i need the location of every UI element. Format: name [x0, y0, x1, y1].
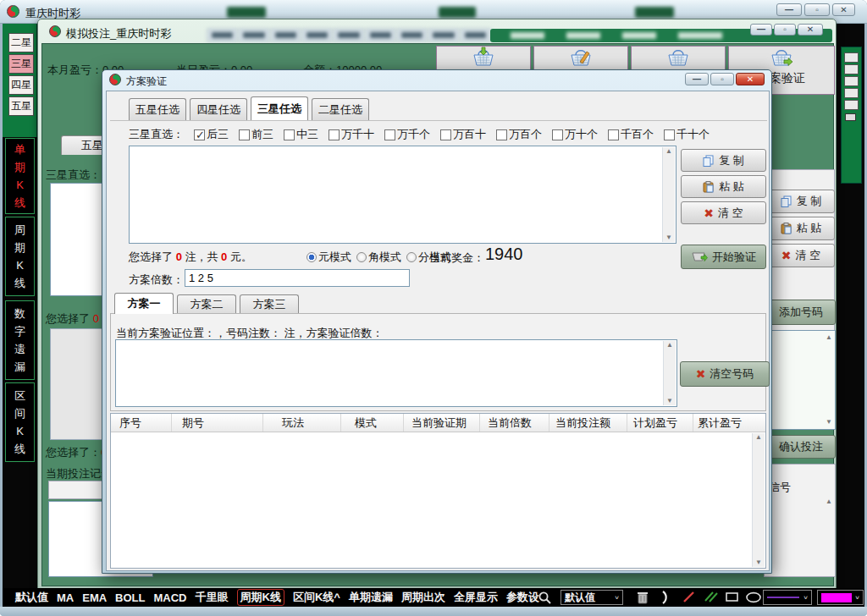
checkbox-icon[interactable]: [440, 129, 451, 140]
clear-button-main[interactable]: ✖ 清 空: [767, 244, 835, 267]
tab-plan-1[interactable]: 方案一: [114, 293, 174, 314]
sim-minimize-button[interactable]: —: [750, 24, 772, 36]
radio-yuan-mode[interactable]: 元模式: [306, 250, 351, 265]
star-tab-5[interactable]: 五星: [8, 96, 34, 116]
checkbox-qsg[interactable]: 千十个: [664, 127, 710, 142]
star-tab-3[interactable]: 三星: [8, 54, 34, 74]
bottom-item-ema[interactable]: EMA: [82, 591, 107, 604]
edge-cell[interactable]: [844, 64, 859, 74]
bottom-item-macd[interactable]: MACD: [154, 591, 187, 604]
dialog-copy-button[interactable]: 复 制: [681, 149, 766, 172]
numbers-scroll-area[interactable]: ▲ ▼: [764, 330, 836, 430]
checkbox-icon[interactable]: [608, 129, 619, 140]
bottom-item-default[interactable]: 默认值: [15, 590, 48, 605]
scroll-down-icon[interactable]: ▼: [826, 419, 832, 426]
star-tab-2[interactable]: 二星: [8, 33, 34, 52]
bottom-item-period-kline[interactable]: 周期K线: [237, 589, 284, 606]
radio-icon[interactable]: [356, 252, 367, 262]
parallel-lines-icon[interactable]: [704, 590, 719, 604]
tab-plan-3[interactable]: 方案三: [240, 294, 299, 314]
tab-two-star-any[interactable]: 二星任选: [312, 98, 369, 120]
bottom-item-boll[interactable]: BOLL: [115, 591, 145, 604]
rectangle-tool-icon[interactable]: [726, 592, 739, 602]
scroll-up-icon[interactable]: ▲: [826, 334, 832, 341]
bottom-item-single-miss[interactable]: 单期遗漏: [349, 590, 393, 605]
sidebar-item-period-kline[interactable]: 周期K线: [5, 217, 35, 296]
column-header[interactable]: 模式: [341, 414, 404, 432]
checkbox-icon[interactable]: [552, 129, 563, 140]
line-tool-icon[interactable]: [682, 590, 696, 604]
plan-textarea[interactable]: ▲▼: [115, 339, 677, 407]
magnifier-icon[interactable]: [538, 591, 552, 605]
checkbox-icon[interactable]: [329, 129, 340, 140]
scroll-down-icon[interactable]: ▼: [665, 234, 672, 241]
scroll-down-icon[interactable]: ▼: [666, 398, 673, 404]
dialog-maximize-button[interactable]: ▫: [710, 73, 734, 85]
edge-cell[interactable]: [844, 52, 859, 63]
column-header[interactable]: 当前验证期: [404, 414, 480, 432]
plan-multiple-input[interactable]: [185, 269, 410, 287]
clear-numbers-button[interactable]: ✖ 清空号码: [680, 361, 770, 387]
tab-three-star-any[interactable]: 三星任选: [251, 96, 308, 120]
column-header[interactable]: 序号: [111, 414, 172, 432]
arc-tool-icon[interactable]: [659, 590, 674, 605]
checkbox-hou3[interactable]: 后三: [194, 127, 229, 142]
column-header[interactable]: 玩法: [263, 414, 341, 432]
scroll-up-icon[interactable]: ▲: [666, 342, 673, 349]
radio-icon[interactable]: [406, 252, 417, 262]
tab-five-star-any[interactable]: 五星任选: [129, 98, 186, 120]
checkbox-icon[interactable]: [239, 129, 250, 140]
scroll-up-icon[interactable]: ▲: [826, 498, 832, 505]
checkbox-qbg[interactable]: 千百个: [608, 127, 654, 142]
indicator-dropdown[interactable]: 默认值˅: [561, 590, 623, 605]
checkbox-wqs[interactable]: 万千十: [329, 127, 374, 142]
numbers-textarea[interactable]: ▲▼: [129, 146, 676, 244]
scroll-down-icon[interactable]: ▼: [755, 559, 762, 566]
checkbox-qian3[interactable]: 前三: [239, 127, 273, 142]
column-header[interactable]: 计划盈亏: [627, 414, 693, 432]
bottom-item-fullscreen[interactable]: 全屏显示: [454, 590, 498, 605]
edge-cell[interactable]: [844, 76, 859, 86]
sidebar-item-digit-miss[interactable]: 数字遗漏: [5, 300, 35, 380]
star-tab-4[interactable]: 四星: [8, 75, 34, 95]
column-header[interactable]: 当前倍数: [480, 414, 549, 432]
radio-jiao-mode[interactable]: 角模式: [356, 250, 401, 265]
edge-cell[interactable]: [844, 100, 859, 110]
paste-button-main[interactable]: 粘 贴: [767, 217, 835, 240]
bottom-item-period-count[interactable]: 周期出次: [401, 590, 445, 605]
ellipse-tool-icon[interactable]: [745, 591, 762, 603]
copy-button-main[interactable]: 复 制: [767, 190, 835, 213]
scrollbar[interactable]: ▲▼: [662, 147, 675, 242]
sidebar-item-range-kline[interactable]: 区间K线: [5, 382, 35, 462]
scroll-up-icon[interactable]: ▲: [665, 148, 672, 155]
tab-plan-2[interactable]: 方案二: [177, 294, 236, 314]
scrollbar[interactable]: ▲▼: [663, 341, 676, 405]
sidebar-item-single-kline[interactable]: 单期K线: [5, 138, 35, 214]
confirm-bet-button[interactable]: 确认投注: [766, 435, 836, 459]
dialog-close-button[interactable]: ✕: [736, 73, 765, 85]
radio-icon[interactable]: [306, 252, 317, 262]
column-header[interactable]: 累计盈亏: [693, 414, 753, 432]
bottom-item-qianliyan[interactable]: 千里眼: [196, 590, 229, 605]
checkbox-wbg[interactable]: 万百个: [496, 127, 542, 142]
scrollbar[interactable]: ▲▼: [752, 433, 765, 567]
column-header[interactable]: 期号: [172, 414, 263, 432]
outer-minimize-button[interactable]: —: [776, 3, 802, 16]
checkbox-icon[interactable]: [664, 129, 675, 140]
column-header[interactable]: 当前投注额: [549, 414, 627, 432]
add-numbers-button[interactable]: 添加号码: [766, 300, 836, 325]
checkbox-icon[interactable]: [384, 129, 395, 140]
bottom-item-range-kline[interactable]: 区间K线^: [293, 590, 340, 605]
edge-cell[interactable]: [844, 88, 859, 98]
sim-maximize-button[interactable]: ▫: [774, 24, 796, 36]
bottom-item-params[interactable]: 参数设: [506, 590, 539, 605]
checkbox-wqg[interactable]: 万千个: [384, 127, 430, 142]
checkbox-icon[interactable]: [194, 129, 205, 140]
bottom-item-ma[interactable]: MA: [57, 591, 74, 604]
scroll-up-icon[interactable]: ▲: [755, 434, 762, 441]
dialog-minimize-button[interactable]: —: [685, 73, 709, 85]
line-style-dropdown[interactable]: ˅: [763, 590, 812, 605]
outer-maximize-button[interactable]: ▫: [804, 3, 830, 16]
checkbox-icon[interactable]: [284, 129, 295, 140]
trash-icon[interactable]: [637, 591, 649, 604]
